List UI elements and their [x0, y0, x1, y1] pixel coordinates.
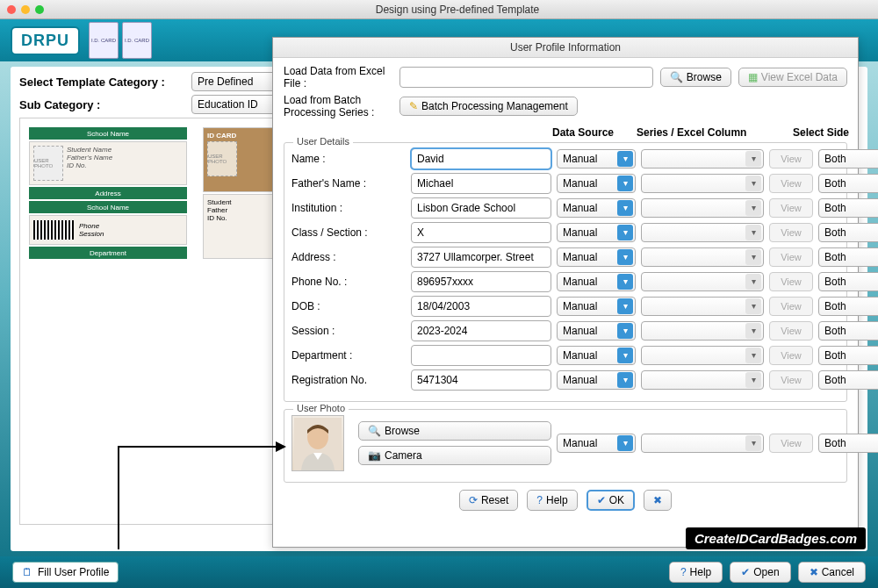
- template-thumbnail[interactable]: ID CARD USER PHOTO Student Father ID No.: [203, 127, 273, 259]
- chevron-down-icon: ▾: [745, 348, 761, 363]
- browse-excel-button[interactable]: 🔍 Browse: [660, 68, 731, 87]
- minimize-icon[interactable]: [21, 5, 30, 14]
- field-view-button[interactable]: View: [769, 247, 813, 267]
- help-icon: ?: [536, 494, 543, 506]
- field-side-select[interactable]: Both▾: [818, 297, 878, 316]
- field-series-select[interactable]: ▾: [641, 370, 764, 390]
- logo: DRPU: [11, 26, 80, 55]
- field-data-source-select[interactable]: Manual▾: [557, 297, 636, 316]
- chevron-down-icon: ▾: [745, 435, 761, 451]
- col-header-data-source: Data Source: [552, 126, 631, 139]
- field-view-button[interactable]: View: [769, 223, 813, 242]
- fill-user-profile-button[interactable]: 🗒 Fill User Profile: [12, 562, 119, 583]
- tpl-row: Address: [29, 187, 187, 199]
- field-input[interactable]: [411, 148, 551, 169]
- field-view-button[interactable]: View: [769, 346, 813, 365]
- edit-icon: ✎: [409, 100, 418, 112]
- help-button[interactable]: ?Help: [527, 490, 577, 511]
- person-icon: [294, 418, 342, 470]
- field-side-select[interactable]: Both▾: [818, 321, 878, 341]
- field-side-select[interactable]: Both▾: [818, 370, 878, 390]
- chevron-down-icon: ▾: [617, 151, 633, 167]
- chevron-down-icon: ▾: [745, 200, 761, 216]
- chevron-down-icon: ▾: [745, 249, 761, 265]
- field-data-source-select[interactable]: Manual▾: [557, 223, 636, 242]
- titlebar: Design using Pre-defined Template: [0, 0, 878, 19]
- field-input[interactable]: [411, 222, 551, 243]
- user-photo-fieldset: User Photo 🔍 Browse: [284, 409, 847, 483]
- field-data-source-select[interactable]: Manual▾: [557, 149, 636, 169]
- field-series-select[interactable]: ▾: [641, 272, 764, 291]
- field-side-select[interactable]: Both▾: [818, 149, 878, 169]
- field-data-source-select[interactable]: Manual▾: [557, 272, 636, 291]
- photo-series-select[interactable]: ▾: [641, 434, 764, 453]
- field-label: Name :: [291, 153, 406, 165]
- ok-button[interactable]: ✔OK: [587, 490, 635, 511]
- camera-button[interactable]: 📷 Camera: [358, 446, 551, 465]
- footer-cancel-button[interactable]: ✖Cancel: [798, 562, 866, 583]
- photo-data-source-select[interactable]: Manual▾: [557, 434, 636, 453]
- field-view-button[interactable]: View: [769, 174, 813, 193]
- footer-bar: 🗒 Fill User Profile ?Help ✔Open ✖Cancel: [0, 556, 878, 588]
- close-icon[interactable]: [7, 5, 16, 14]
- field-side-select[interactable]: Both▾: [818, 198, 878, 218]
- chevron-down-icon: ▾: [617, 274, 633, 290]
- watermark: CreateIDCardBadges.com: [686, 527, 866, 549]
- field-series-select[interactable]: ▾: [641, 149, 764, 169]
- field-view-button[interactable]: View: [769, 272, 813, 291]
- check-icon: ✔: [741, 566, 750, 578]
- field-series-select[interactable]: ▾: [641, 247, 764, 267]
- field-series-select[interactable]: ▾: [641, 223, 764, 242]
- field-series-select[interactable]: ▾: [641, 321, 764, 341]
- chevron-down-icon: ▾: [617, 435, 633, 451]
- refresh-icon: ⟳: [469, 494, 478, 506]
- field-input[interactable]: [411, 296, 551, 317]
- search-icon: 🔍: [670, 71, 683, 83]
- field-data-source-select[interactable]: Manual▾: [557, 247, 636, 267]
- field-view-button[interactable]: View: [769, 149, 813, 169]
- excel-file-input[interactable]: [399, 67, 653, 88]
- field-input[interactable]: [411, 320, 551, 341]
- field-side-select[interactable]: Both▾: [818, 272, 878, 291]
- field-view-button[interactable]: View: [769, 321, 813, 341]
- footer-open-button[interactable]: ✔Open: [730, 562, 790, 583]
- field-input[interactable]: [411, 345, 551, 366]
- field-view-button[interactable]: View: [769, 198, 813, 218]
- template-thumbnail[interactable]: School Name USER PHOTO Student Name Fath…: [29, 127, 187, 259]
- field-data-source-select[interactable]: Manual▾: [557, 346, 636, 365]
- chevron-down-icon: ▾: [745, 225, 761, 240]
- field-series-select[interactable]: ▾: [641, 297, 764, 316]
- chevron-down-icon: ▾: [617, 298, 633, 314]
- reset-button[interactable]: ⟳Reset: [459, 490, 518, 511]
- field-series-select[interactable]: ▾: [641, 198, 764, 218]
- field-series-select[interactable]: ▾: [641, 174, 764, 193]
- field-data-source-select[interactable]: Manual▾: [557, 198, 636, 218]
- field-series-select[interactable]: ▾: [641, 346, 764, 365]
- field-view-button[interactable]: View: [769, 370, 813, 390]
- field-data-source-select[interactable]: Manual▾: [557, 370, 636, 390]
- field-input[interactable]: [411, 247, 551, 268]
- field-input[interactable]: [411, 271, 551, 292]
- field-input[interactable]: [411, 369, 551, 391]
- photo-view-button[interactable]: View: [769, 434, 813, 453]
- chevron-down-icon: ▾: [617, 176, 633, 191]
- photo-side-select[interactable]: Both▾: [818, 434, 878, 453]
- batch-processing-button[interactable]: ✎ Batch Processing Management: [399, 97, 578, 116]
- field-input[interactable]: [411, 197, 551, 219]
- field-data-source-select[interactable]: Manual▾: [557, 174, 636, 193]
- field-side-select[interactable]: Both▾: [818, 247, 878, 267]
- cancel-button[interactable]: ✖: [644, 490, 672, 511]
- field-side-select[interactable]: Both▾: [818, 346, 878, 365]
- sample-card-icon: I.D. CARD: [122, 22, 152, 59]
- sample-card-icon: I.D. CARD: [89, 22, 119, 59]
- field-side-select[interactable]: Both▾: [818, 223, 878, 242]
- field-data-source-select[interactable]: Manual▾: [557, 321, 636, 341]
- browse-photo-button[interactable]: 🔍 Browse: [358, 421, 551, 441]
- footer-help-button[interactable]: ?Help: [669, 562, 723, 583]
- field-view-button[interactable]: View: [769, 297, 813, 316]
- zoom-icon[interactable]: [35, 5, 44, 14]
- field-input[interactable]: [411, 173, 551, 194]
- check-icon: ✔: [597, 494, 606, 506]
- field-side-select[interactable]: Both▾: [818, 174, 878, 193]
- view-excel-data-button[interactable]: ▦ View Excel Data: [738, 68, 847, 87]
